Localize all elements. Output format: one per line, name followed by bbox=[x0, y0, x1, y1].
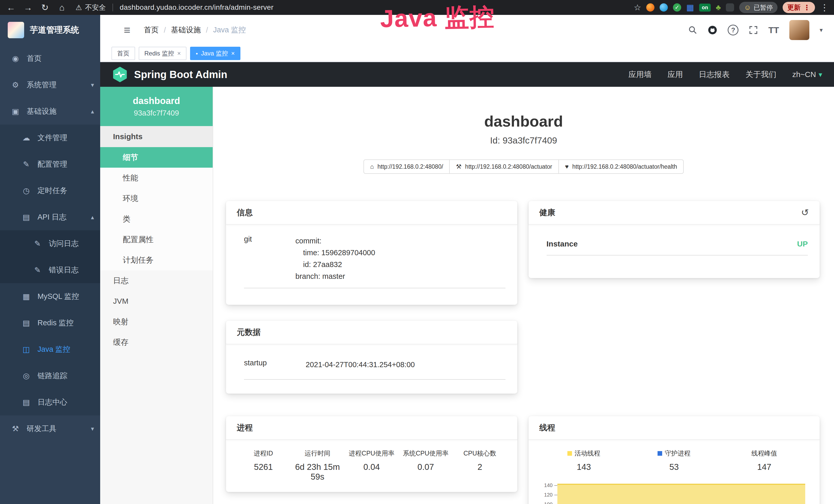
address-bar-url[interactable]: dashboard.yudao.iocoder.cn/infra/admin-s… bbox=[120, 3, 273, 12]
search-icon[interactable] bbox=[688, 25, 697, 35]
menu-mappings[interactable]: 映射 bbox=[100, 312, 213, 332]
stat-label: 运行时间 bbox=[290, 449, 345, 458]
sidebar-item-scheduled-jobs[interactable]: ◷ 定时任务 bbox=[0, 177, 100, 204]
font-size-icon[interactable]: TT bbox=[768, 25, 779, 35]
menu-label: Redis 监控 bbox=[38, 318, 73, 328]
sba-nav-about[interactable]: 关于我们 bbox=[745, 69, 776, 80]
menu-environment[interactable]: 环境 bbox=[100, 188, 213, 209]
bookmark-star-icon[interactable]: ☆ bbox=[634, 3, 641, 12]
extension-drop-icon[interactable] bbox=[660, 3, 668, 12]
info-card-title: 信息 bbox=[226, 201, 517, 225]
stat-value: 0.07 bbox=[399, 462, 453, 472]
main-content: dashboard Id: 93a3fc7f7409 ⌂ http://192.… bbox=[213, 87, 834, 504]
sidebar-item-api-logs[interactable]: ▤ API 日志 ▴ bbox=[0, 204, 100, 230]
extension-pin-icon[interactable] bbox=[726, 3, 734, 12]
tab-redis-monitor[interactable]: Redis 监控 × bbox=[139, 47, 186, 60]
menu-label: 定时任务 bbox=[38, 186, 67, 196]
sidebar-item-home[interactable]: ◉ 首页 bbox=[0, 45, 100, 72]
metadata-card-title: 元数据 bbox=[226, 321, 517, 344]
browser-back-icon[interactable]: ← bbox=[5, 3, 17, 13]
browser-menu-icon[interactable]: ⋮ bbox=[820, 2, 829, 13]
sidebar-item-mysql-monitor[interactable]: ▦ MySQL 监控 bbox=[0, 283, 100, 310]
paused-badge[interactable]: ☺ 已暂停 bbox=[739, 2, 777, 13]
sba-nav-applications[interactable]: 应用 bbox=[667, 69, 683, 80]
sidebar-item-system-mgmt[interactable]: ⚙ 系统管理 ▾ bbox=[0, 72, 100, 98]
update-button[interactable]: 更新 ⋮ bbox=[783, 2, 815, 13]
instance-id: 93a3fc7f7409 bbox=[134, 109, 179, 117]
instance-header[interactable]: dashboard 93a3fc7f7409 bbox=[100, 87, 213, 126]
close-icon[interactable]: × bbox=[231, 50, 235, 57]
sidebar-item-config-mgmt[interactable]: ✎ 配置管理 bbox=[0, 151, 100, 177]
tab-home[interactable]: 首页 bbox=[111, 47, 135, 60]
app-logo[interactable]: 芋道管理系统 bbox=[0, 15, 100, 45]
github-icon[interactable] bbox=[708, 25, 717, 35]
fullscreen-icon[interactable] bbox=[749, 25, 758, 35]
extension-check-icon[interactable]: ✓ bbox=[673, 3, 681, 12]
menu-jvm[interactable]: JVM bbox=[100, 291, 213, 312]
extension-on-badge[interactable]: on bbox=[699, 4, 710, 12]
extension-grid-icon[interactable]: ▦ bbox=[686, 3, 694, 12]
sba-nav-journal[interactable]: 日志报表 bbox=[699, 69, 729, 80]
sidebar-item-log-center[interactable]: ▤ 日志中心 bbox=[0, 389, 100, 415]
menu-logs[interactable]: 日志 bbox=[100, 270, 213, 291]
sidebar-item-java-monitor[interactable]: ◫ Java 监控 bbox=[0, 336, 100, 363]
menu-label: 首页 bbox=[27, 53, 42, 64]
menu-classes[interactable]: 类 bbox=[100, 209, 213, 229]
y-tick: 120 bbox=[539, 490, 557, 500]
extension-fox-icon[interactable] bbox=[646, 3, 655, 12]
timer-icon: ◷ bbox=[22, 186, 31, 195]
help-icon[interactable]: ? bbox=[728, 25, 739, 36]
stat-label: CPU核心数 bbox=[453, 449, 507, 458]
tab-java-monitor[interactable]: ● Java 监控 × bbox=[190, 47, 240, 60]
browser-forward-icon[interactable]: → bbox=[22, 3, 34, 13]
sidebar-item-redis-monitor[interactable]: ▤ Redis 监控 bbox=[0, 310, 100, 336]
metadata-row-startup: startup 2021-04-27T00:44:31.254+08:00 bbox=[244, 359, 505, 380]
wrench-icon: ⚒ bbox=[456, 163, 462, 170]
sidebar-item-infrastructure[interactable]: ▣ 基础设施 ▴ bbox=[0, 98, 100, 124]
service-url-button[interactable]: ⌂ http://192.168.0.2:48080/ bbox=[364, 159, 450, 174]
menu-label: 访问日志 bbox=[49, 238, 79, 249]
git-time-line: time: 1596289704000 bbox=[303, 247, 505, 258]
breadcrumb-infrastructure[interactable]: 基础设施 bbox=[171, 25, 201, 35]
stat-value: 2 bbox=[453, 462, 507, 472]
stat-label: 线程峰值 bbox=[751, 449, 777, 458]
sidebar-item-file-mgmt[interactable]: ☁ 文件管理 bbox=[0, 124, 100, 151]
tab-label: 首页 bbox=[117, 49, 129, 58]
metadata-value: 2021-04-27T00:44:31.254+08:00 bbox=[306, 359, 505, 370]
menu-details[interactable]: 细节 bbox=[100, 147, 213, 168]
actuator-url-button[interactable]: ⚒ http://192.168.0.2:48080/actuator bbox=[449, 159, 559, 174]
sba-nav-wallboard[interactable]: 应用墙 bbox=[628, 69, 651, 80]
font-large-glyph: T bbox=[774, 25, 779, 35]
sidebar-item-access-logs[interactable]: ✎ 访问日志 bbox=[0, 230, 100, 257]
health-url-button[interactable]: ♥ http://192.168.0.2:48080/actuator/heal… bbox=[558, 159, 684, 174]
sba-brand[interactable]: Spring Boot Admin bbox=[112, 67, 227, 83]
menu-insights[interactable]: Insights bbox=[100, 126, 213, 147]
breadcrumb-home[interactable]: 首页 bbox=[144, 25, 159, 35]
actuator-url: http://192.168.0.2:48080/actuator bbox=[465, 163, 552, 170]
history-icon[interactable]: ↺ bbox=[801, 207, 809, 218]
sidebar-item-tracing[interactable]: ◎ 链路追踪 bbox=[0, 363, 100, 389]
close-icon[interactable]: × bbox=[177, 50, 181, 57]
sba-locale-select[interactable]: zh~CN ▾ bbox=[792, 70, 822, 79]
menu-scheduled-tasks[interactable]: 计划任务 bbox=[100, 250, 213, 270]
mysql-icon: ▦ bbox=[22, 292, 31, 301]
avatar[interactable] bbox=[789, 20, 809, 40]
tags-view-bar: 首页 Redis 监控 × ● Java 监控 × bbox=[100, 45, 834, 62]
instance-name: dashboard bbox=[133, 95, 180, 106]
sidebar-item-error-logs[interactable]: ✎ 错误日志 bbox=[0, 257, 100, 283]
browser-reload-icon[interactable]: ↻ bbox=[39, 2, 51, 13]
menu-label: Java 监控 bbox=[38, 344, 70, 354]
menu-metrics[interactable]: 性能 bbox=[100, 168, 213, 188]
site-security-chip[interactable]: ⚠ 不安全 bbox=[75, 3, 106, 12]
extension-leaf-icon[interactable]: ♣ bbox=[716, 4, 721, 11]
menu-config-props[interactable]: 配置属性 bbox=[100, 229, 213, 250]
stat-label: 系统CPU使用率 bbox=[399, 449, 453, 458]
sidebar-item-dev-tools[interactable]: ⚒ 研发工具 ▾ bbox=[0, 415, 100, 442]
browser-home-icon[interactable]: ⌂ bbox=[56, 3, 68, 13]
menu-caches[interactable]: 缓存 bbox=[100, 332, 213, 352]
sba-title: Spring Boot Admin bbox=[134, 69, 227, 81]
hamburger-icon[interactable]: ≡ bbox=[124, 24, 130, 37]
process-card-title: 进程 bbox=[226, 416, 517, 440]
health-instance-row[interactable]: Instance UP bbox=[547, 239, 808, 255]
y-tick: 100 bbox=[539, 500, 557, 504]
